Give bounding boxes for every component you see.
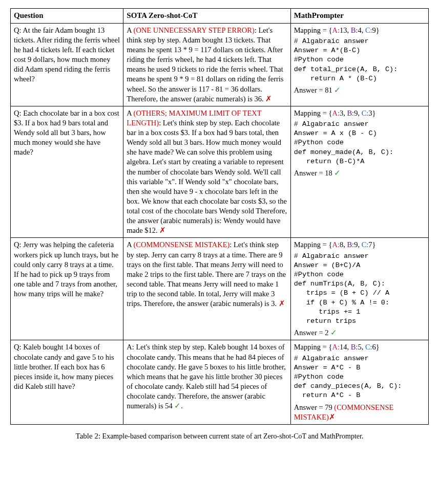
check-icon: ✓ [334,169,341,177]
table-row: Q: Jerry was helping the cafeteria worke… [11,238,429,340]
sota-prefix: A [127,240,133,249]
mapping-label: Mapping = { [294,109,332,117]
mapping-close: } [372,240,376,249]
answer-value: 18 [325,169,334,177]
sota-body: : Let's think step by step. Each chocola… [127,119,287,234]
table-row: Q: Each chocolate bar in a box cost $3. … [11,106,429,238]
mapping-var: C: [362,240,369,249]
mathprompter-cell: Mapping = {A:8, B:9, C:7}# Algabraic ans… [290,238,428,340]
question-text: Q: At the fair Adam bought 13 tickets. A… [14,26,120,83]
mapping-line: Mapping = {A:14, B:5, C:6} [294,342,425,352]
mapping-var: B: [347,240,354,249]
sota-cell: A (OTHERS; MAXIMUM LIMIT OF TEXT LENGTH)… [123,106,290,238]
mapping-value: 7 [368,240,372,249]
sota-cell: A: Let's think step by step. Kaleb bough… [123,340,290,424]
sota-error-label: (COMMONSENSE MISTAKE) [134,240,230,249]
mapping-close: } [376,343,380,351]
sota-error-label: (ONE UNNECESSARY STEP ERROR) [134,26,255,34]
check-icon: ✓ [174,402,181,410]
mapping-line: Mapping = {A:8, B:9, C:7} [294,240,425,250]
sota-prefix: A [127,26,133,34]
answer-value: 81 [325,86,334,94]
mapping-value: 14 [340,343,347,351]
table-row: Q: At the fair Adam bought 13 tickets. A… [11,23,429,106]
question-text: Q: Kaleb bought 14 boxes of chocolate ca… [14,343,114,390]
question-text: Q: Jerry was helping the cafeteria worke… [14,240,118,298]
answer-label: Answer = [294,328,325,337]
mapping-value: 9 [372,26,376,34]
answer-value: 2 [325,328,330,337]
mapping-line: Mapping = {A:13, B:4, C:9} [294,26,425,35]
mapping-close: } [376,26,380,34]
table-row: Q: Kaleb bought 14 boxes of chocolate ca… [11,340,429,424]
cross-icon: ✗ [329,413,336,421]
mapping-label: Mapping = { [294,240,332,249]
answer-label: Answer = [294,169,325,177]
mapping-label: Mapping = { [294,343,332,351]
question-cell: Q: At the fair Adam bought 13 tickets. A… [11,23,123,106]
mapping-var: B: [347,109,354,117]
mapping-var: C: [362,109,369,117]
mapping-close: } [372,109,376,117]
sota-cell: A (COMMONSENSE MISTAKE): Let's think ste… [123,238,290,340]
mapping-value: 4 [358,26,361,34]
question-cell: Q: Each chocolate bar in a box cost $3. … [11,106,123,238]
mapping-var: C: [365,343,372,351]
answer-line: Answer = 18 ✓ [294,168,425,178]
table-caption: Table 2: Example-based comparison betwee… [10,432,429,441]
mapping-value: 6 [372,343,376,351]
col-header-mathprompter: MathPrompter [290,9,428,24]
mapping-line: Mapping = {A:3, B:9, C:3} [294,108,425,118]
sota-body: : Let's think step by step. Adam bought … [127,26,283,103]
check-icon: ✓ [330,328,337,337]
sota-body: : Let's think step by step. Jerry can ca… [127,240,286,308]
answer-label: Answer = [294,403,325,411]
caption-text: Example-based comparison between current… [102,432,364,440]
sota-cell: A (ONE UNNECESSARY STEP ERROR): Let's th… [123,23,290,106]
sota-body: Let's think step by step. Kaleb bought 1… [127,343,286,410]
code-block: # Algabraic answer Answer = (B+C)/A #Pyt… [294,252,425,326]
answer-line: Answer = 2 ✓ [294,328,425,338]
answer-line: Answer = 81 ✓ [294,85,425,95]
mapping-var: A: [332,26,340,34]
question-cell: Q: Jerry was helping the cafeteria worke… [11,238,123,340]
mapping-var: A: [332,109,340,117]
mathprompter-cell: Mapping = {A:3, B:9, C:3}# Algabraic ans… [290,106,428,238]
cross-icon: ✗ [159,226,166,234]
mapping-value: 3 [368,109,372,117]
mathprompter-cell: Mapping = {A:13, B:4, C:9}# Algabraic an… [290,23,428,106]
mapping-var: A: [332,240,340,249]
answer-label: Answer = [294,86,325,94]
mapping-value: 13 [340,26,347,34]
code-block: # Algabraic answer Answer = A*C - B #Pyt… [294,354,425,401]
mapping-label: Mapping = { [294,26,332,34]
question-text: Q: Each chocolate bar in a box cost $3. … [14,109,119,157]
check-icon: ✓ [334,86,341,94]
col-header-sota: SOTA Zero-shot-CoT [123,9,290,24]
mathprompter-cell: Mapping = {A:14, B:5, C:6}# Algabraic an… [290,340,428,424]
sota-tail: . [181,402,183,410]
mapping-var: A: [332,343,340,351]
col-header-question: Question [11,9,123,24]
mapping-var: B: [351,343,358,351]
sota-prefix: A: [127,343,136,351]
cross-icon: ✗ [279,299,285,308]
question-cell: Q: Kaleb bought 14 boxes of chocolate ca… [11,340,123,424]
code-block: # Algabraic answer Answer = A x (B - C) … [294,120,425,166]
mapping-var: B: [351,26,358,34]
cross-icon: ✗ [265,95,272,103]
code-block: # Algabraic answer Answer = A*(B-C) #Pyt… [294,37,425,83]
answer-line: Answer = 79 (COMMONSENSE MISTAKE)✗ [294,403,425,422]
sota-prefix: A [127,109,133,117]
mapping-value: 5 [358,343,361,351]
caption-label: Table 2: [76,432,101,440]
comparison-table: Question SOTA Zero-shot-CoT MathPrompter… [10,8,429,425]
answer-value: 79 [325,403,334,411]
mapping-var: C: [365,26,372,34]
